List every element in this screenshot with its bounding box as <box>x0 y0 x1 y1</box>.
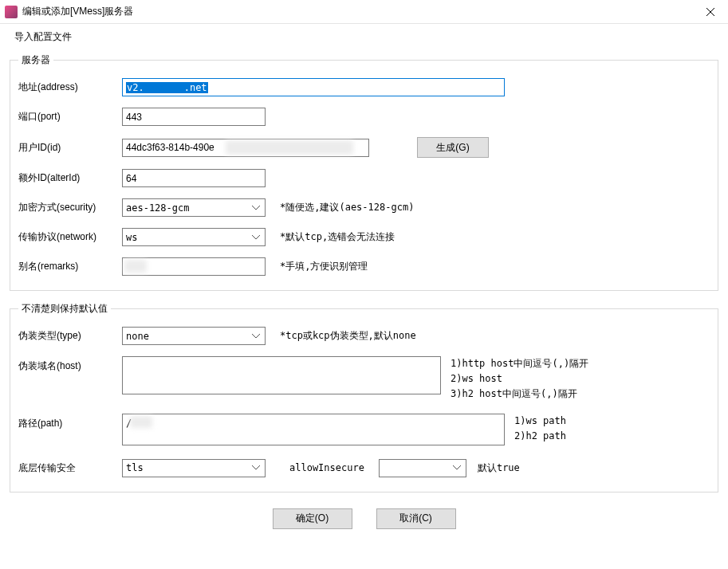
cancel-button[interactable]: 取消(C) <box>376 508 456 529</box>
port-input[interactable] <box>122 108 266 126</box>
allow-insecure-hint: 默认true <box>478 461 520 475</box>
advanced-legend: 不清楚则保持默认值 <box>18 302 111 316</box>
title-bar: 编辑或添加[VMess]服务器 <box>0 0 728 24</box>
remarks-hint: *手填,方便识别管理 <box>280 260 368 273</box>
path-label: 路径(path) <box>18 414 122 430</box>
alterid-input[interactable] <box>122 169 266 187</box>
path-input[interactable]: / <box>122 414 505 445</box>
dialog-buttons: 确定(O) 取消(C) <box>10 504 718 534</box>
close-button[interactable] <box>692 0 728 24</box>
address-label: 地址(address) <box>18 80 122 94</box>
app-icon <box>5 6 18 18</box>
network-select[interactable]: ws <box>122 228 266 246</box>
host-input[interactable] <box>122 356 441 394</box>
remarks-label: 别名(remarks) <box>18 260 122 273</box>
menu-bar: 导入配置文件 <box>0 24 728 50</box>
server-legend: 服务器 <box>18 53 53 67</box>
address-input[interactable]: v2. xxxx .net <box>122 78 505 96</box>
security-hint: *随便选,建议(aes-128-gcm) <box>280 201 414 214</box>
id-label: 用户ID(id) <box>18 141 122 155</box>
window-title: 编辑或添加[VMess]服务器 <box>22 5 133 18</box>
tls-label: 底层传输安全 <box>18 461 122 475</box>
generate-button[interactable]: 生成(G) <box>417 137 489 158</box>
path-hint: 1)ws path 2)h2 path <box>514 414 566 444</box>
security-label: 加密方式(security) <box>18 201 122 214</box>
allow-insecure-select[interactable] <box>379 459 466 477</box>
allow-insecure-label: allowInsecure <box>289 462 364 473</box>
tls-select[interactable]: tls <box>122 459 266 477</box>
type-select[interactable]: none <box>122 327 266 345</box>
host-hint: 1)http host中间逗号(,)隔开 2)ws host 3)h2 host… <box>451 356 588 402</box>
network-label: 传输协议(network) <box>18 230 122 244</box>
security-select[interactable]: aes-128-gcm <box>122 198 266 217</box>
advanced-group: 不清楚则保持默认值 伪装类型(type) none *tcp或kcp伪装类型,默… <box>10 302 718 492</box>
type-label: 伪装类型(type) <box>18 329 122 343</box>
server-group: 服务器 地址(address) v2. xxxx .net 端口(port) 用… <box>10 53 718 291</box>
type-hint: *tcp或kcp伪装类型,默认none <box>280 329 416 343</box>
port-label: 端口(port) <box>18 110 122 124</box>
menu-import[interactable]: 导入配置文件 <box>14 31 72 42</box>
ok-button[interactable]: 确定(O) <box>273 508 352 529</box>
host-label: 伪装域名(host) <box>18 356 122 373</box>
alterid-label: 额外ID(alterId) <box>18 171 122 185</box>
network-hint: *默认tcp,选错会无法连接 <box>280 230 395 244</box>
